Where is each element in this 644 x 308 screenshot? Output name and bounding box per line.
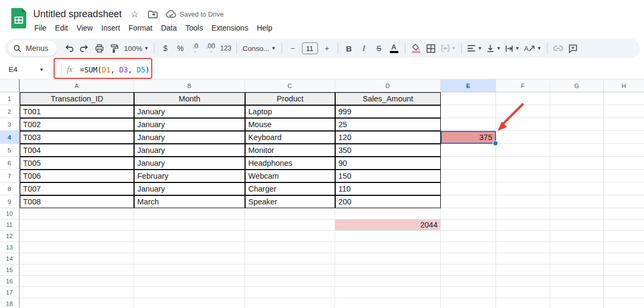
cell-D17[interactable] bbox=[335, 287, 441, 298]
cell-F5[interactable] bbox=[496, 144, 550, 157]
merge-cells-button[interactable]: ▼ bbox=[439, 41, 458, 55]
cell-A13[interactable] bbox=[20, 242, 134, 253]
increase-font-size-button[interactable]: + bbox=[320, 41, 334, 55]
cell-E7[interactable] bbox=[441, 170, 496, 182]
menu-format[interactable]: Format bbox=[124, 21, 157, 34]
cell-E13[interactable] bbox=[441, 242, 496, 253]
cell-E10[interactable] bbox=[441, 208, 496, 219]
cell-B17[interactable] bbox=[134, 287, 245, 298]
cell-A17[interactable] bbox=[20, 287, 134, 298]
cell-F8[interactable] bbox=[496, 182, 550, 195]
cell-E6[interactable] bbox=[441, 157, 496, 170]
cell-F17[interactable] bbox=[496, 287, 550, 298]
cell-G15[interactable] bbox=[550, 265, 604, 276]
cell-G13[interactable] bbox=[550, 242, 604, 253]
cell-F6[interactable] bbox=[496, 157, 550, 170]
cell-G5[interactable] bbox=[550, 144, 604, 157]
cell-A1[interactable]: Transaction_ID bbox=[20, 92, 134, 105]
cell-F14[interactable] bbox=[496, 253, 550, 265]
cell-B11[interactable] bbox=[134, 219, 245, 231]
select-all-corner[interactable] bbox=[0, 79, 20, 92]
cell-D5[interactable]: 350 bbox=[335, 144, 441, 157]
insert-link-button[interactable] bbox=[551, 41, 565, 55]
fill-color-button[interactable] bbox=[409, 41, 423, 55]
cell-C12[interactable] bbox=[245, 231, 335, 242]
cell-C5[interactable]: Monitor bbox=[245, 144, 335, 157]
cell-F2[interactable] bbox=[496, 105, 550, 118]
cell-B4[interactable]: January bbox=[134, 131, 245, 144]
cell-C18[interactable] bbox=[245, 298, 335, 308]
cell-E4[interactable]: 375 bbox=[441, 131, 496, 144]
cell-E14[interactable] bbox=[441, 253, 496, 265]
cell-E18[interactable] bbox=[441, 298, 496, 308]
cell-A5[interactable]: T004 bbox=[20, 144, 134, 157]
cell-D8[interactable]: 110 bbox=[335, 182, 441, 195]
cell-D18[interactable] bbox=[335, 298, 441, 308]
cell-H5[interactable] bbox=[604, 144, 644, 157]
cell-E12[interactable] bbox=[441, 231, 496, 242]
cell-A8[interactable]: T007 bbox=[20, 182, 134, 195]
cell-A2[interactable]: T001 bbox=[20, 105, 134, 118]
cell-F12[interactable] bbox=[496, 231, 550, 242]
cell-G3[interactable] bbox=[550, 118, 604, 131]
format-percent-button[interactable]: % bbox=[173, 41, 187, 55]
text-color-button[interactable]: A bbox=[387, 41, 401, 55]
row-header-2[interactable]: 2 bbox=[0, 105, 20, 118]
cell-C13[interactable] bbox=[245, 242, 335, 253]
cell-C4[interactable]: Keyboard bbox=[245, 131, 335, 144]
google-sheets-logo[interactable] bbox=[11, 8, 26, 28]
cell-F15[interactable] bbox=[496, 265, 550, 276]
cell-G9[interactable] bbox=[550, 195, 604, 208]
menu-help[interactable]: Help bbox=[253, 21, 277, 34]
text-rotation-button[interactable]: A ▼ bbox=[522, 41, 543, 55]
cell-H7[interactable] bbox=[604, 170, 644, 182]
cell-A4[interactable]: T003 bbox=[20, 131, 134, 144]
cell-H18[interactable] bbox=[604, 298, 644, 308]
cell-B2[interactable]: January bbox=[134, 105, 245, 118]
cell-E15[interactable] bbox=[441, 265, 496, 276]
cell-E3[interactable] bbox=[441, 118, 496, 131]
font-family-selector[interactable]: Conso... ▼ bbox=[241, 41, 277, 55]
cell-G1[interactable] bbox=[550, 92, 604, 105]
vertical-align-button[interactable]: ▼ bbox=[485, 41, 502, 55]
cell-A12[interactable] bbox=[20, 231, 134, 242]
cell-B14[interactable] bbox=[134, 253, 245, 265]
cell-B10[interactable] bbox=[134, 208, 245, 219]
cell-G8[interactable] bbox=[550, 182, 604, 195]
row-header-7[interactable]: 7 bbox=[0, 170, 20, 182]
cell-D13[interactable] bbox=[335, 242, 441, 253]
cell-F10[interactable] bbox=[496, 208, 550, 219]
cell-B5[interactable]: January bbox=[134, 144, 245, 157]
cell-D16[interactable] bbox=[335, 276, 441, 287]
cell-D1[interactable]: Sales_Amount bbox=[335, 92, 441, 105]
cell-E17[interactable] bbox=[441, 287, 496, 298]
cell-H3[interactable] bbox=[604, 118, 644, 131]
decrease-decimal-button[interactable]: .0← bbox=[188, 41, 202, 55]
cell-A10[interactable] bbox=[20, 208, 134, 219]
cell-D9[interactable]: 200 bbox=[335, 195, 441, 208]
cell-G4[interactable] bbox=[550, 131, 604, 144]
cell-G2[interactable] bbox=[550, 105, 604, 118]
horizontal-align-button[interactable]: ▼ bbox=[465, 41, 484, 55]
cell-A18[interactable] bbox=[20, 298, 134, 308]
cell-H6[interactable] bbox=[604, 157, 644, 170]
cell-B1[interactable]: Month bbox=[134, 92, 245, 105]
cell-G14[interactable] bbox=[550, 253, 604, 265]
cell-B18[interactable] bbox=[134, 298, 245, 308]
cell-F9[interactable] bbox=[496, 195, 550, 208]
cell-B16[interactable] bbox=[134, 276, 245, 287]
column-header-D[interactable]: D bbox=[335, 79, 441, 92]
cell-H17[interactable] bbox=[604, 287, 644, 298]
cell-D4[interactable]: 120 bbox=[335, 131, 441, 144]
row-header-8[interactable]: 8 bbox=[0, 182, 20, 195]
menu-tools[interactable]: Tools bbox=[181, 21, 208, 34]
row-header-17[interactable]: 17 bbox=[0, 287, 20, 298]
row-header-3[interactable]: 3 bbox=[0, 118, 20, 131]
cell-F4[interactable] bbox=[496, 131, 550, 144]
row-header-13[interactable]: 13 bbox=[0, 242, 20, 253]
cell-D3[interactable]: 25 bbox=[335, 118, 441, 131]
row-header-11[interactable]: 11 bbox=[0, 219, 20, 231]
cell-C1[interactable]: Product bbox=[245, 92, 335, 105]
cell-E8[interactable] bbox=[441, 182, 496, 195]
row-header-6[interactable]: 6 bbox=[0, 157, 20, 170]
